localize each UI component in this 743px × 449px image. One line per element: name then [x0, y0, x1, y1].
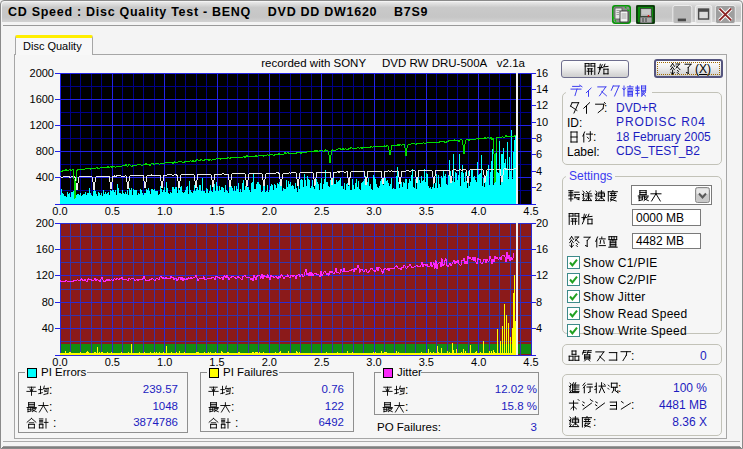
svg-text:400: 400 [36, 171, 54, 183]
svg-text:8: 8 [536, 132, 542, 144]
svg-text:1.0: 1.0 [157, 205, 172, 217]
svg-text:2000: 2000 [30, 67, 54, 79]
svg-text:160: 160 [36, 243, 54, 255]
svg-text:4.5: 4.5 [523, 356, 538, 368]
svg-text:80: 80 [42, 296, 54, 308]
svg-text:4.0: 4.0 [471, 356, 486, 368]
svg-text:2.0: 2.0 [262, 205, 277, 217]
svg-text:200: 200 [36, 217, 54, 229]
svg-text:6: 6 [536, 148, 542, 160]
svg-text:16: 16 [536, 67, 548, 79]
svg-text:2.5: 2.5 [314, 205, 329, 217]
svg-text:1.5: 1.5 [209, 205, 224, 217]
svg-text:20: 20 [536, 217, 548, 229]
svg-text:3.5: 3.5 [419, 205, 434, 217]
svg-text:12: 12 [536, 99, 548, 111]
svg-text:4.0: 4.0 [471, 205, 486, 217]
svg-text:10: 10 [536, 116, 548, 128]
svg-text:0.0: 0.0 [52, 205, 67, 217]
svg-text:1200: 1200 [30, 119, 54, 131]
svg-text:14: 14 [536, 83, 548, 95]
svg-text:3.0: 3.0 [366, 205, 381, 217]
svg-text:0.5: 0.5 [105, 356, 120, 368]
svg-text:4: 4 [536, 322, 542, 334]
svg-text:800: 800 [36, 145, 54, 157]
svg-text:2.5: 2.5 [314, 356, 329, 368]
svg-text:1.0: 1.0 [157, 356, 172, 368]
svg-text:40: 40 [42, 322, 54, 334]
svg-text:120: 120 [36, 269, 54, 281]
svg-text:8: 8 [536, 296, 542, 308]
svg-text:1600: 1600 [30, 93, 54, 105]
svg-text:recorded with SONY DVD RW: recorded with SONY DVD RW DRU-500A v2.1a [261, 57, 525, 69]
svg-text:4: 4 [536, 165, 542, 177]
svg-text:4.5: 4.5 [523, 205, 538, 217]
svg-text:2: 2 [536, 181, 542, 193]
svg-text:16: 16 [536, 243, 548, 255]
svg-text:12: 12 [536, 269, 548, 281]
svg-text:3.0: 3.0 [366, 356, 381, 368]
svg-text:0.5: 0.5 [105, 205, 120, 217]
